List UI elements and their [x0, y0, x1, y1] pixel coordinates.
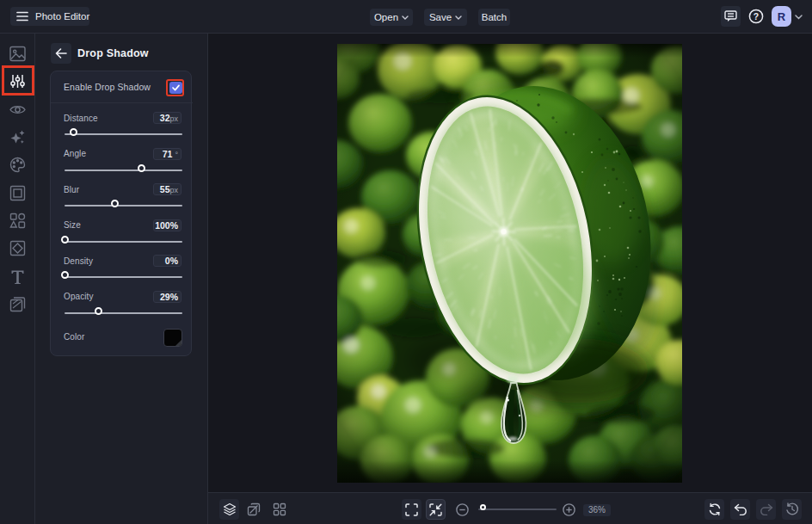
svg-text:?: ? — [753, 11, 758, 22]
